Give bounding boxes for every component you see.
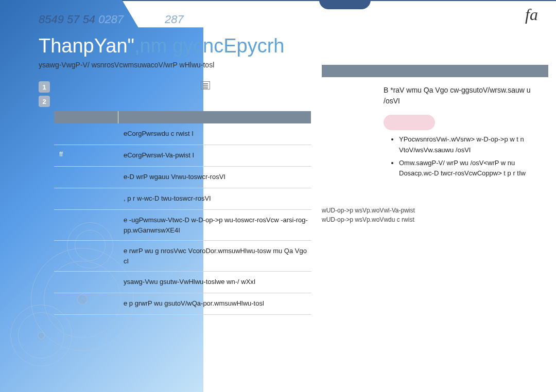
number-badges: 1 2 xyxy=(39,81,50,110)
header-numbers: 8549 57 54 0287 xyxy=(39,13,124,26)
right-header-bar xyxy=(322,65,548,77)
table-header xyxy=(54,111,311,123)
header-number-small: 287 xyxy=(165,13,184,26)
pink-highlight xyxy=(384,115,435,130)
table-row: ysawg-Vwu gsutw-VwHlwu-toslwe wn-/ wXxI xyxy=(54,272,311,293)
logo: fa xyxy=(525,5,538,24)
main-table: eCorgPwrswdu c rwist I ff eCorgPwrswl-Va… xyxy=(54,111,311,315)
table-row: e p grwrP wu gsutoV/wQa-por.wmsuwHlwu-to… xyxy=(54,293,311,315)
table-row: ff eCorgPwrswl-Va-pwist I xyxy=(54,145,311,167)
table-row: eCorgPwrswdu c rwist I xyxy=(54,123,311,145)
bullet-item: YPocwsnrosVwi-.wVsrw> w-D-op->p w t n Vt… xyxy=(399,134,548,156)
table-row: e rwrP wu g nrosVwc VcoroDor.wmsuwHlwu-t… xyxy=(54,241,311,272)
list-icon xyxy=(201,81,210,90)
right-column: B *raV wmu Qa Vgo cw-ggsutoV/wrsw.sauw u… xyxy=(322,65,548,181)
table-row: e -ugPwmsuw-Vtwc-D w-D-op->p wu-toswcr-r… xyxy=(54,210,311,241)
table-row: e-D wrP wgauu Vrwu-toswcr-rosVI xyxy=(54,167,311,188)
top-tab-deco xyxy=(319,0,371,9)
page-subtitle: ysawg-VwgP-V/ wsnrosVcwmsuwacoV/wrP wHlw… xyxy=(39,61,214,69)
table-row: , p r w-wc-D twu-toswcr-rosVI xyxy=(54,188,311,210)
badge-2: 2 xyxy=(39,96,50,107)
right-text: B *raV wmu Qa Vgo cw-ggsutoV/wrsw.sauw u… xyxy=(322,85,548,112)
page-title: ThanpYan",nm gycncEpycrh xyxy=(39,35,284,57)
bullet-list: YPocwsnrosVwi-.wVsrw> w-D-op->p w t n Vt… xyxy=(399,134,548,179)
bullet-item: Omw.sawgP-V/ wrP wu /osV<wrP w nu Dosacp… xyxy=(399,158,548,180)
footer-links: wUD-op->p wsVp.woVwl-Va-pwist wUD-op->p … xyxy=(322,206,415,224)
badge-1: 1 xyxy=(39,81,50,93)
